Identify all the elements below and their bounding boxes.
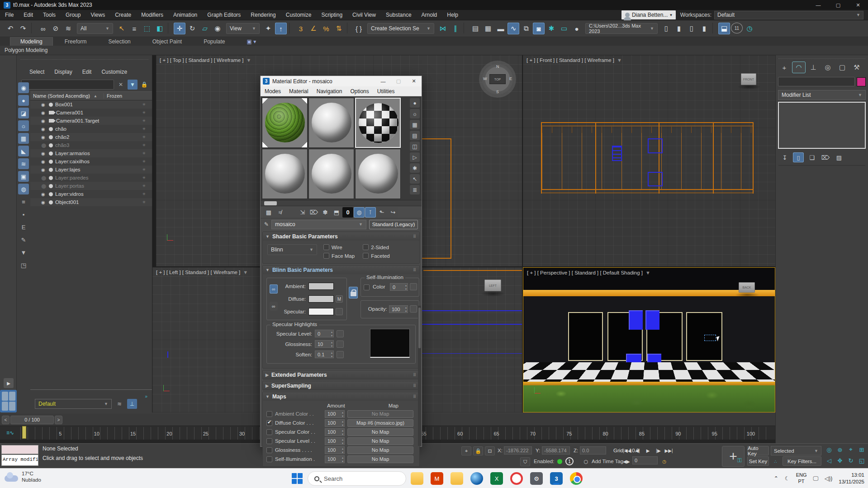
- taskbar-edge-icon[interactable]: [470, 472, 483, 485]
- frozen-state-icon[interactable]: ✳: [142, 110, 146, 115]
- new-key-settings-icon[interactable]: ∴: [771, 457, 780, 466]
- taskbar-folder-icon[interactable]: [451, 472, 463, 485]
- visibility-eye-icon[interactable]: ⬤: [41, 184, 47, 189]
- go-to-parent-icon[interactable]: ⬑: [376, 207, 387, 218]
- select-by-material-icon[interactable]: ↖: [410, 174, 420, 184]
- selection-filter-dropdown[interactable]: All▼: [77, 23, 113, 34]
- menu-item[interactable]: Civil View: [347, 10, 381, 20]
- map-enable-checkbox[interactable]: [266, 438, 272, 444]
- z-coordinate-field[interactable]: 0.0: [580, 446, 606, 455]
- object-color-swatch[interactable]: [857, 77, 866, 86]
- utilities-tab[interactable]: ⚒: [850, 62, 863, 73]
- map-enable-checkbox[interactable]: [266, 420, 272, 426]
- angle-snap-icon[interactable]: ∠: [308, 23, 319, 34]
- explorer-row[interactable]: ◉ Box001 ✳: [30, 100, 152, 109]
- map-slot-button[interactable]: No Map: [347, 410, 413, 418]
- explorer-list-icon[interactable]: ≡: [18, 196, 29, 207]
- menu-item[interactable]: Tools: [38, 10, 61, 20]
- ambient-color-swatch[interactable]: [308, 283, 334, 290]
- modifier-stack[interactable]: [778, 102, 866, 149]
- material-id-channel-icon[interactable]: 0: [342, 207, 353, 218]
- filter-materials-icon[interactable]: ▣: [18, 171, 29, 182]
- explorer-menu-item[interactable]: Display: [50, 69, 76, 75]
- sample-slot[interactable]: [262, 98, 308, 148]
- select-and-rotate-icon[interactable]: ↻: [186, 23, 198, 34]
- taskbar-3dsmax-icon[interactable]: 3: [550, 472, 563, 485]
- schematic-view-icon[interactable]: ⧉: [520, 23, 532, 34]
- key-filters-button[interactable]: Key Filters...: [783, 456, 821, 466]
- motion-tab[interactable]: ◎: [821, 62, 835, 73]
- curve-editor-icon[interactable]: ∿: [508, 23, 519, 34]
- divider[interactable]: [168, 23, 171, 33]
- sample-slot[interactable]: [262, 149, 308, 199]
- explorer-filter-icon[interactable]: ▼: [18, 247, 29, 258]
- lock-selection-icon[interactable]: ▯: [686, 23, 697, 34]
- go-to-end-icon[interactable]: ▶▶|: [664, 446, 674, 455]
- lock-ambient-diffuse-icon[interactable]: ∞: [270, 284, 278, 294]
- menu-item[interactable]: Substance: [381, 10, 417, 20]
- create-key-button[interactable]: +⚿: [722, 446, 745, 467]
- clear-search-icon[interactable]: ✕: [116, 80, 126, 90]
- divider[interactable]: [31, 23, 35, 33]
- ribbon-toggle-icon[interactable]: ▬: [495, 23, 507, 34]
- viewport-layout-tab-button[interactable]: [0, 390, 17, 412]
- rollout-header[interactable]: ▶Extended Parameters⠿: [263, 370, 419, 379]
- sample-type-icon[interactable]: ●: [410, 98, 420, 108]
- dialog-maximize-button[interactable]: ▢: [391, 76, 406, 86]
- frozen-state-icon[interactable]: ✳: [142, 143, 146, 147]
- map-enable-checkbox[interactable]: [266, 456, 272, 462]
- explorer-row[interactable]: ⬤ Layer:portas ✳: [30, 182, 152, 190]
- rollout-header[interactable]: ▼Maps⠿: [263, 392, 419, 401]
- menu-item[interactable]: Modifiers: [136, 10, 168, 20]
- map-amount-spinner[interactable]: 100: [325, 455, 345, 463]
- per-view-filter-icon[interactable]: ▼: [645, 270, 650, 275]
- display-deselected-icon[interactable]: ▮: [673, 23, 685, 34]
- time-slider-handle[interactable]: [22, 426, 26, 439]
- explorer-search-input[interactable]: [21, 80, 114, 90]
- select-object-icon[interactable]: ↖: [116, 23, 128, 34]
- rollout-header[interactable]: ▼Shader Basic Parameters⠿: [263, 232, 419, 241]
- map-slot-button[interactable]: No Map: [347, 446, 413, 454]
- map-slot-button[interactable]: No Map: [347, 428, 413, 436]
- ambient-diffuse-padlock-icon[interactable]: [349, 287, 358, 298]
- orbit-icon[interactable]: ↻: [846, 456, 856, 465]
- explorer-menu-item[interactable]: Edit: [78, 69, 96, 75]
- tray-chevron-icon[interactable]: ⌃: [774, 475, 778, 482]
- display-tab[interactable]: ▢: [835, 62, 849, 73]
- lock-diffuse-specular-icon[interactable]: ∞: [270, 302, 278, 311]
- taskbar-search[interactable]: Search: [308, 471, 406, 486]
- divider[interactable]: [347, 23, 351, 33]
- named-selection-set-dropdown[interactable]: Create Selection Se▼: [367, 23, 434, 34]
- configure-modifier-sets-icon[interactable]: ▨: [834, 152, 844, 162]
- dialog-minimize-button[interactable]: —: [375, 76, 391, 86]
- explorer-row[interactable]: ◉ Layer:armarios ✳: [30, 149, 152, 157]
- visibility-eye-icon[interactable]: ◉: [41, 135, 47, 140]
- map-enable-checkbox[interactable]: [266, 411, 272, 417]
- panel-drag-handle[interactable]: [778, 56, 865, 59]
- diffuse-color-swatch[interactable]: [308, 295, 334, 303]
- sample-slot[interactable]: [308, 98, 354, 148]
- selection-set-keying-dropdown[interactable]: Selected▼: [771, 446, 821, 455]
- maximize-viewport-icon[interactable]: ◱: [857, 456, 867, 465]
- taskbar-settings-icon[interactable]: ⚙: [530, 472, 543, 485]
- filter-shapes-icon[interactable]: ◪: [18, 108, 29, 118]
- faceted-checkbox[interactable]: [363, 253, 369, 259]
- filter-geometry-icon[interactable]: ●: [18, 95, 29, 106]
- make-preview-icon[interactable]: ▷: [410, 152, 420, 162]
- highlight-spinner[interactable]: 0: [315, 330, 334, 337]
- material-editor-menu-item[interactable]: Material: [285, 88, 313, 95]
- enabled-count-badge[interactable]: 1: [565, 457, 574, 465]
- filter-space-warps-icon[interactable]: ≋: [18, 158, 29, 169]
- keyboard-shortcut-override-icon[interactable]: ↑: [275, 23, 287, 34]
- isolate-selection-toggle-icon[interactable]: ⌖: [461, 446, 471, 455]
- weather-widget[interactable]: 17°CNublado: [5, 470, 41, 483]
- reference-coordinate-dropdown[interactable]: View▼: [226, 23, 260, 34]
- filter-display-all-icon[interactable]: ◉: [18, 82, 29, 93]
- explorer-row[interactable]: ◉ Layer:caixilhos ✳: [30, 157, 152, 166]
- selfillum-spinner[interactable]: 0: [390, 283, 408, 291]
- y-coordinate-field[interactable]: -5588.174: [542, 446, 570, 455]
- close-button[interactable]: ✕: [848, 0, 868, 10]
- explorer-row[interactable]: ◉ Object001 ✳: [30, 198, 152, 206]
- layers-icon[interactable]: ≋: [114, 399, 124, 409]
- taskbar-chrome-icon[interactable]: [570, 472, 583, 485]
